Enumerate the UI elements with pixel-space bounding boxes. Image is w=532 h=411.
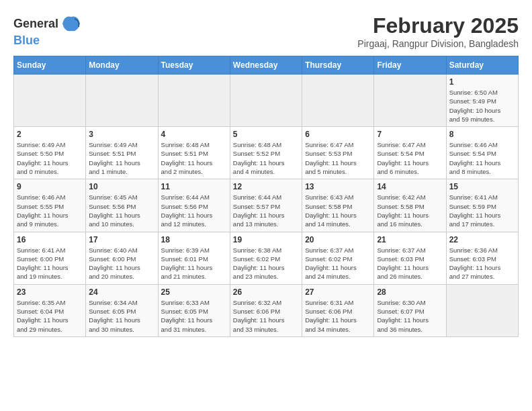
day-info: Sunrise: 6:38 AM Sunset: 6:02 PM Dayligh… (233, 246, 299, 281)
day-number: 24 (89, 287, 154, 297)
day-info: Sunrise: 6:34 AM Sunset: 6:05 PM Dayligh… (89, 298, 154, 334)
day-info: Sunrise: 6:46 AM Sunset: 5:54 PM Dayligh… (449, 140, 515, 176)
calendar-cell: 26Sunrise: 6:32 AM Sunset: 6:06 PM Dayli… (230, 284, 302, 336)
calendar-cell: 2Sunrise: 6:49 AM Sunset: 5:50 PM Daylig… (14, 127, 86, 179)
day-number: 20 (305, 235, 371, 244)
calendar-cell: 14Sunrise: 6:42 AM Sunset: 5:58 PM Dayli… (374, 179, 446, 232)
calendar-cell: 10Sunrise: 6:45 AM Sunset: 5:56 PM Dayli… (86, 179, 158, 232)
weekday-header-thursday: Thursday (302, 56, 374, 75)
calendar-cell: 23Sunrise: 6:35 AM Sunset: 6:04 PM Dayli… (14, 284, 86, 336)
day-info: Sunrise: 6:31 AM Sunset: 6:06 PM Dayligh… (305, 298, 371, 334)
day-number: 14 (377, 182, 443, 191)
calendar-cell (302, 75, 374, 127)
calendar-week-2: 2Sunrise: 6:49 AM Sunset: 5:50 PM Daylig… (14, 127, 519, 179)
calendar-cell: 13Sunrise: 6:43 AM Sunset: 5:58 PM Dayli… (302, 179, 374, 232)
day-info: Sunrise: 6:39 AM Sunset: 6:01 PM Dayligh… (161, 246, 227, 281)
day-number: 13 (305, 182, 371, 191)
calendar-cell: 12Sunrise: 6:44 AM Sunset: 5:57 PM Dayli… (230, 179, 302, 232)
day-number: 1 (449, 77, 515, 87)
header: General Blue February 2025 Pirgaaj, Rang… (13, 13, 519, 49)
calendar-cell: 27Sunrise: 6:31 AM Sunset: 6:06 PM Dayli… (302, 284, 374, 336)
day-number: 15 (449, 182, 515, 191)
day-info: Sunrise: 6:41 AM Sunset: 6:00 PM Dayligh… (17, 246, 83, 281)
weekday-header-saturday: Saturday (446, 56, 518, 75)
day-number: 8 (449, 130, 515, 139)
calendar-cell: 21Sunrise: 6:37 AM Sunset: 6:03 PM Dayli… (374, 232, 446, 284)
logo-icon (61, 13, 81, 34)
day-info: Sunrise: 6:42 AM Sunset: 5:58 PM Dayligh… (377, 193, 443, 228)
day-info: Sunrise: 6:46 AM Sunset: 5:55 PM Dayligh… (17, 193, 83, 228)
day-number: 23 (17, 287, 83, 297)
calendar-week-4: 16Sunrise: 6:41 AM Sunset: 6:00 PM Dayli… (14, 232, 519, 284)
day-number: 26 (233, 287, 299, 297)
calendar: SundayMondayTuesdayWednesdayThursdayFrid… (13, 56, 519, 337)
calendar-cell: 20Sunrise: 6:37 AM Sunset: 6:02 PM Dayli… (302, 232, 374, 284)
calendar-cell (14, 75, 86, 127)
weekday-header-friday: Friday (374, 56, 446, 75)
calendar-cell: 24Sunrise: 6:34 AM Sunset: 6:05 PM Dayli… (86, 284, 158, 336)
weekday-header-tuesday: Tuesday (158, 56, 230, 75)
day-number: 25 (161, 287, 227, 297)
calendar-cell (374, 75, 446, 127)
day-number: 3 (89, 130, 154, 139)
calendar-cell: 11Sunrise: 6:44 AM Sunset: 5:56 PM Dayli… (158, 179, 230, 232)
day-info: Sunrise: 6:47 AM Sunset: 5:53 PM Dayligh… (305, 140, 371, 176)
subtitle: Pirgaaj, Rangpur Division, Bangladesh (357, 38, 519, 49)
weekday-header-row: SundayMondayTuesdayWednesdayThursdayFrid… (14, 56, 519, 75)
weekday-header-sunday: Sunday (14, 56, 86, 75)
title-area: February 2025 Pirgaaj, Rangpur Division,… (357, 13, 519, 49)
day-info: Sunrise: 6:45 AM Sunset: 5:56 PM Dayligh… (89, 193, 154, 228)
day-number: 18 (161, 235, 227, 244)
calendar-cell: 19Sunrise: 6:38 AM Sunset: 6:02 PM Dayli… (230, 232, 302, 284)
calendar-cell: 3Sunrise: 6:49 AM Sunset: 5:51 PM Daylig… (86, 127, 158, 179)
day-number: 6 (305, 130, 371, 139)
day-number: 12 (233, 182, 299, 191)
logo-blue-text: Blue (13, 34, 40, 47)
day-info: Sunrise: 6:50 AM Sunset: 5:49 PM Dayligh… (449, 88, 515, 124)
day-info: Sunrise: 6:35 AM Sunset: 6:04 PM Dayligh… (17, 298, 83, 334)
logo-general-text: General (13, 17, 58, 31)
day-info: Sunrise: 6:44 AM Sunset: 5:57 PM Dayligh… (233, 193, 299, 228)
main-title: February 2025 (357, 13, 519, 38)
day-info: Sunrise: 6:49 AM Sunset: 5:51 PM Dayligh… (89, 140, 154, 176)
day-number: 27 (305, 287, 371, 297)
day-number: 11 (161, 182, 227, 191)
day-info: Sunrise: 6:44 AM Sunset: 5:56 PM Dayligh… (161, 193, 227, 228)
day-number: 16 (17, 235, 83, 244)
calendar-cell: 17Sunrise: 6:40 AM Sunset: 6:00 PM Dayli… (86, 232, 158, 284)
calendar-cell (230, 75, 302, 127)
weekday-header-wednesday: Wednesday (230, 56, 302, 75)
day-info: Sunrise: 6:33 AM Sunset: 6:05 PM Dayligh… (161, 298, 227, 334)
calendar-cell: 18Sunrise: 6:39 AM Sunset: 6:01 PM Dayli… (158, 232, 230, 284)
logo: General Blue (13, 13, 81, 48)
day-number: 9 (17, 182, 83, 191)
day-info: Sunrise: 6:32 AM Sunset: 6:06 PM Dayligh… (233, 298, 299, 334)
day-info: Sunrise: 6:37 AM Sunset: 6:02 PM Dayligh… (305, 246, 371, 281)
calendar-week-1: 1Sunrise: 6:50 AM Sunset: 5:49 PM Daylig… (14, 75, 519, 127)
calendar-cell: 16Sunrise: 6:41 AM Sunset: 6:00 PM Dayli… (14, 232, 86, 284)
day-info: Sunrise: 6:47 AM Sunset: 5:54 PM Dayligh… (377, 140, 443, 176)
calendar-week-3: 9Sunrise: 6:46 AM Sunset: 5:55 PM Daylig… (14, 179, 519, 232)
calendar-cell: 1Sunrise: 6:50 AM Sunset: 5:49 PM Daylig… (446, 75, 518, 127)
day-info: Sunrise: 6:40 AM Sunset: 6:00 PM Dayligh… (89, 246, 154, 281)
calendar-week-5: 23Sunrise: 6:35 AM Sunset: 6:04 PM Dayli… (14, 284, 519, 336)
calendar-cell: 25Sunrise: 6:33 AM Sunset: 6:05 PM Dayli… (158, 284, 230, 336)
day-number: 5 (233, 130, 299, 139)
day-number: 10 (89, 182, 154, 191)
day-info: Sunrise: 6:49 AM Sunset: 5:50 PM Dayligh… (17, 140, 83, 176)
calendar-cell: 15Sunrise: 6:41 AM Sunset: 5:59 PM Dayli… (446, 179, 518, 232)
day-number: 17 (89, 235, 154, 244)
calendar-cell (446, 284, 518, 336)
day-number: 19 (233, 235, 299, 244)
day-info: Sunrise: 6:41 AM Sunset: 5:59 PM Dayligh… (449, 193, 515, 228)
calendar-cell: 9Sunrise: 6:46 AM Sunset: 5:55 PM Daylig… (14, 179, 86, 232)
calendar-cell (158, 75, 230, 127)
day-info: Sunrise: 6:37 AM Sunset: 6:03 PM Dayligh… (377, 246, 443, 281)
calendar-cell: 28Sunrise: 6:30 AM Sunset: 6:07 PM Dayli… (374, 284, 446, 336)
day-number: 7 (377, 130, 443, 139)
calendar-cell: 7Sunrise: 6:47 AM Sunset: 5:54 PM Daylig… (374, 127, 446, 179)
day-number: 2 (17, 130, 83, 139)
calendar-cell: 8Sunrise: 6:46 AM Sunset: 5:54 PM Daylig… (446, 127, 518, 179)
day-number: 22 (449, 235, 515, 244)
day-info: Sunrise: 6:43 AM Sunset: 5:58 PM Dayligh… (305, 193, 371, 228)
